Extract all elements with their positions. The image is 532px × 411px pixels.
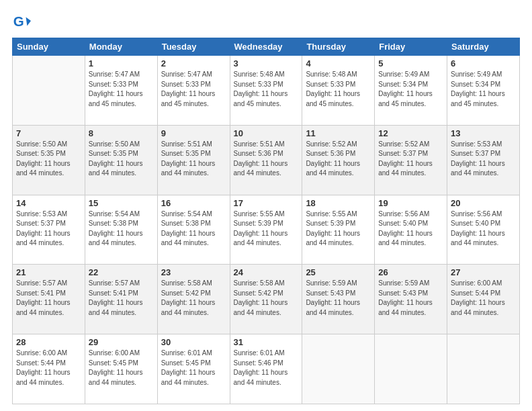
calendar-cell — [375, 334, 447, 404]
calendar-cell: 21Sunrise: 5:57 AM Sunset: 5:41 PM Dayli… — [13, 265, 85, 334]
day-info: Sunrise: 5:55 AM Sunset: 5:39 PM Dayligh… — [234, 210, 299, 248]
header: G — [12, 12, 520, 31]
day-info: Sunrise: 5:51 AM Sunset: 5:35 PM Dayligh… — [161, 140, 226, 179]
calendar-cell: 30Sunrise: 6:01 AM Sunset: 5:45 PM Dayli… — [157, 334, 230, 404]
calendar-cell: 2Sunrise: 5:47 AM Sunset: 5:33 PM Daylig… — [157, 56, 230, 126]
day-number: 2 — [161, 58, 226, 68]
calendar-week-row: 28Sunrise: 6:00 AM Sunset: 5:44 PM Dayli… — [13, 334, 520, 404]
calendar-week-row: 14Sunrise: 5:53 AM Sunset: 5:37 PM Dayli… — [13, 195, 520, 265]
day-info: Sunrise: 5:49 AM Sunset: 5:34 PM Dayligh… — [378, 70, 443, 109]
calendar-cell: 29Sunrise: 6:00 AM Sunset: 5:45 PM Dayli… — [85, 334, 157, 404]
day-number: 11 — [306, 128, 371, 138]
day-number: 3 — [234, 58, 299, 68]
calendar-cell: 6Sunrise: 5:49 AM Sunset: 5:34 PM Daylig… — [447, 56, 520, 126]
calendar-cell: 18Sunrise: 5:55 AM Sunset: 5:39 PM Dayli… — [302, 195, 375, 265]
calendar-cell: 3Sunrise: 5:48 AM Sunset: 5:33 PM Daylig… — [230, 56, 302, 126]
calendar-week-row: 21Sunrise: 5:57 AM Sunset: 5:41 PM Dayli… — [13, 265, 520, 334]
calendar-cell: 22Sunrise: 5:57 AM Sunset: 5:41 PM Dayli… — [85, 265, 157, 334]
day-info: Sunrise: 5:56 AM Sunset: 5:40 PM Dayligh… — [378, 210, 443, 248]
day-info: Sunrise: 5:53 AM Sunset: 5:37 PM Dayligh… — [16, 210, 81, 248]
day-info: Sunrise: 5:55 AM Sunset: 5:39 PM Dayligh… — [306, 210, 371, 248]
day-number: 20 — [451, 198, 516, 208]
day-info: Sunrise: 5:50 AM Sunset: 5:35 PM Dayligh… — [16, 140, 81, 179]
calendar-cell: 12Sunrise: 5:52 AM Sunset: 5:37 PM Dayli… — [375, 125, 447, 195]
day-number: 15 — [89, 198, 154, 208]
day-number: 18 — [306, 198, 371, 208]
calendar-header-sunday: Sunday — [13, 38, 85, 56]
calendar-cell: 11Sunrise: 5:52 AM Sunset: 5:36 PM Dayli… — [302, 125, 375, 195]
calendar-header-tuesday: Tuesday — [157, 38, 230, 56]
calendar-cell: 1Sunrise: 5:47 AM Sunset: 5:33 PM Daylig… — [85, 56, 157, 126]
day-number: 9 — [161, 128, 226, 138]
day-info: Sunrise: 5:48 AM Sunset: 5:33 PM Dayligh… — [234, 70, 299, 109]
day-info: Sunrise: 5:54 AM Sunset: 5:38 PM Dayligh… — [89, 210, 154, 248]
day-info: Sunrise: 6:00 AM Sunset: 5:44 PM Dayligh… — [16, 349, 81, 387]
day-number: 16 — [161, 198, 226, 208]
day-number: 6 — [451, 58, 516, 68]
day-info: Sunrise: 5:51 AM Sunset: 5:36 PM Dayligh… — [234, 140, 299, 179]
calendar-header-friday: Friday — [375, 38, 447, 56]
day-number: 26 — [378, 267, 443, 277]
calendar-cell: 5Sunrise: 5:49 AM Sunset: 5:34 PM Daylig… — [375, 56, 447, 126]
day-number: 12 — [378, 128, 443, 138]
calendar-cell: 8Sunrise: 5:50 AM Sunset: 5:35 PM Daylig… — [85, 125, 157, 195]
day-info: Sunrise: 5:58 AM Sunset: 5:42 PM Dayligh… — [234, 279, 299, 318]
day-info: Sunrise: 5:53 AM Sunset: 5:37 PM Dayligh… — [451, 140, 516, 179]
day-info: Sunrise: 6:01 AM Sunset: 5:45 PM Dayligh… — [161, 349, 226, 387]
day-info: Sunrise: 5:52 AM Sunset: 5:37 PM Dayligh… — [378, 140, 443, 179]
calendar-header-thursday: Thursday — [302, 38, 375, 56]
calendar-cell: 15Sunrise: 5:54 AM Sunset: 5:38 PM Dayli… — [85, 195, 157, 265]
day-number: 31 — [234, 337, 299, 347]
calendar-cell: 25Sunrise: 5:59 AM Sunset: 5:43 PM Dayli… — [302, 265, 375, 334]
day-info: Sunrise: 5:56 AM Sunset: 5:40 PM Dayligh… — [451, 210, 516, 248]
calendar-header-row: SundayMondayTuesdayWednesdayThursdayFrid… — [13, 38, 520, 56]
calendar-cell: 28Sunrise: 6:00 AM Sunset: 5:44 PM Dayli… — [13, 334, 85, 404]
page: G SundayMondayTuesdayWednesdayThursdayFr… — [0, 0, 532, 411]
day-number: 13 — [451, 128, 516, 138]
day-number: 29 — [89, 337, 154, 347]
day-number: 1 — [89, 58, 154, 68]
day-info: Sunrise: 5:57 AM Sunset: 5:41 PM Dayligh… — [89, 279, 154, 318]
day-info: Sunrise: 5:48 AM Sunset: 5:33 PM Dayligh… — [306, 70, 371, 109]
day-info: Sunrise: 5:54 AM Sunset: 5:38 PM Dayligh… — [161, 210, 226, 248]
calendar-week-row: 7Sunrise: 5:50 AM Sunset: 5:35 PM Daylig… — [13, 125, 520, 195]
day-info: Sunrise: 6:00 AM Sunset: 5:44 PM Dayligh… — [451, 279, 516, 318]
calendar-cell: 26Sunrise: 5:59 AM Sunset: 5:43 PM Dayli… — [375, 265, 447, 334]
day-info: Sunrise: 5:59 AM Sunset: 5:43 PM Dayligh… — [306, 279, 371, 318]
calendar-cell: 27Sunrise: 6:00 AM Sunset: 5:44 PM Dayli… — [447, 265, 520, 334]
day-number: 22 — [89, 267, 154, 277]
day-info: Sunrise: 5:47 AM Sunset: 5:33 PM Dayligh… — [161, 70, 226, 109]
day-number: 24 — [234, 267, 299, 277]
day-info: Sunrise: 5:52 AM Sunset: 5:36 PM Dayligh… — [306, 140, 371, 179]
calendar-cell: 9Sunrise: 5:51 AM Sunset: 5:35 PM Daylig… — [157, 125, 230, 195]
day-number: 19 — [378, 198, 443, 208]
svg-text:G: G — [13, 13, 24, 29]
day-info: Sunrise: 5:49 AM Sunset: 5:34 PM Dayligh… — [451, 70, 516, 109]
calendar-week-row: 1Sunrise: 5:47 AM Sunset: 5:33 PM Daylig… — [13, 56, 520, 126]
day-info: Sunrise: 5:50 AM Sunset: 5:35 PM Dayligh… — [89, 140, 154, 179]
day-number: 25 — [306, 267, 371, 277]
day-number: 21 — [16, 267, 81, 277]
calendar-header-wednesday: Wednesday — [230, 38, 302, 56]
day-number: 27 — [451, 267, 516, 277]
calendar-cell — [302, 334, 375, 404]
calendar-cell: 16Sunrise: 5:54 AM Sunset: 5:38 PM Dayli… — [157, 195, 230, 265]
day-number: 30 — [161, 337, 226, 347]
logo-icon: G — [12, 12, 31, 31]
day-number: 7 — [16, 128, 81, 138]
day-number: 28 — [16, 337, 81, 347]
calendar-header-saturday: Saturday — [447, 38, 520, 56]
calendar-cell: 23Sunrise: 5:58 AM Sunset: 5:42 PM Dayli… — [157, 265, 230, 334]
calendar-table: SundayMondayTuesdayWednesdayThursdayFrid… — [12, 38, 520, 404]
day-number: 23 — [161, 267, 226, 277]
day-number: 17 — [234, 198, 299, 208]
calendar-cell: 13Sunrise: 5:53 AM Sunset: 5:37 PM Dayli… — [447, 125, 520, 195]
calendar-cell: 17Sunrise: 5:55 AM Sunset: 5:39 PM Dayli… — [230, 195, 302, 265]
day-info: Sunrise: 6:01 AM Sunset: 5:46 PM Dayligh… — [234, 349, 299, 387]
calendar-cell: 7Sunrise: 5:50 AM Sunset: 5:35 PM Daylig… — [13, 125, 85, 195]
calendar-cell: 10Sunrise: 5:51 AM Sunset: 5:36 PM Dayli… — [230, 125, 302, 195]
logo: G — [12, 12, 34, 31]
calendar-cell: 24Sunrise: 5:58 AM Sunset: 5:42 PM Dayli… — [230, 265, 302, 334]
calendar-cell: 31Sunrise: 6:01 AM Sunset: 5:46 PM Dayli… — [230, 334, 302, 404]
calendar-header-monday: Monday — [85, 38, 157, 56]
